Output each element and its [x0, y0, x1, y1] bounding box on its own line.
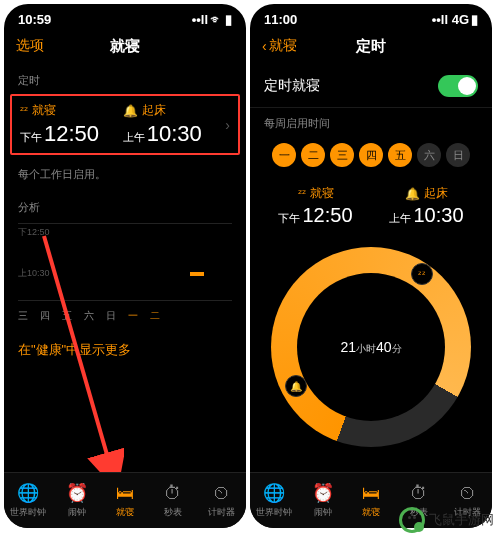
- day-mon[interactable]: 一: [272, 143, 296, 167]
- day-tue[interactable]: 二: [301, 143, 325, 167]
- wake-time: 10:30: [413, 204, 463, 227]
- status-time: 10:59: [18, 12, 51, 27]
- bed-handle[interactable]: ᶻᶻ: [411, 263, 433, 285]
- enable-toggle[interactable]: [438, 75, 478, 97]
- health-link[interactable]: 在"健康"中显示更多: [4, 327, 246, 373]
- signal-icon: ••ll: [192, 12, 208, 27]
- bed-time: 12:50: [302, 204, 352, 227]
- wake-time: 10:30: [147, 121, 202, 147]
- schedule-note: 每个工作日启用。: [4, 157, 246, 192]
- watermark-icon: [399, 507, 425, 533]
- weekday-picker: 一 二 三 四 五 六 日: [250, 135, 492, 175]
- day-thu[interactable]: 四: [359, 143, 383, 167]
- options-button[interactable]: 选项: [16, 37, 44, 55]
- dial-face: 21小时40分: [297, 273, 445, 421]
- analysis-chart: 下12:50 上10:30: [18, 223, 232, 301]
- nav-bar: ‹就寝 定时: [250, 29, 492, 65]
- tab-stopwatch[interactable]: ⏱秒表: [149, 473, 197, 528]
- chevron-left-icon: ‹: [262, 38, 267, 54]
- bed-tab-icon: 🛏: [116, 483, 134, 504]
- enable-label: 定时就寝: [264, 77, 320, 95]
- tab-alarm[interactable]: ⏰闹钟: [298, 473, 346, 528]
- tab-timer[interactable]: ⏲计时器: [198, 473, 246, 528]
- timer-icon: ⏲: [459, 483, 477, 504]
- bell-icon: 🔔: [123, 104, 138, 118]
- stopwatch-icon: ⏱: [410, 483, 428, 504]
- schedule-display: ᶻᶻ就寝 下午12:50 🔔起床 上午10:30: [250, 175, 492, 237]
- globe-icon: 🌐: [17, 482, 39, 504]
- timer-icon: ⏲: [213, 483, 231, 504]
- globe-icon: 🌐: [263, 482, 285, 504]
- status-time: 11:00: [264, 12, 297, 27]
- chart-y1: 下12:50: [18, 226, 50, 239]
- alarm-icon: ⏰: [66, 482, 88, 504]
- watermark: 飞鼠手游网: [399, 507, 494, 533]
- phone-left: 10:59 ••ll ᯤ ▮ 选项 就寝 定时 ᶻᶻ就寝 下午12:50 🔔起床…: [4, 4, 246, 528]
- day-sat[interactable]: 六: [417, 143, 441, 167]
- wake-label: 起床: [424, 185, 448, 202]
- weekday-axis: 三 四 五 六 日 一 二: [4, 305, 246, 327]
- bell-icon: 🔔: [405, 187, 420, 201]
- chart-bar: [190, 272, 204, 276]
- battery-icon: ▮: [471, 12, 478, 27]
- tab-bedtime[interactable]: 🛏就寝: [101, 473, 149, 528]
- section-header-analysis: 分析: [4, 192, 246, 219]
- page-title: 定时: [356, 37, 386, 56]
- alarm-icon: ⏰: [312, 482, 334, 504]
- wake-pre: 上午: [123, 130, 145, 145]
- wake-handle[interactable]: 🔔: [285, 375, 307, 397]
- enable-row: 定时就寝: [250, 65, 492, 108]
- tab-bar: 🌐世界时钟 ⏰闹钟 🛏就寝 ⏱秒表 ⏲计时器: [4, 472, 246, 528]
- status-bar: 10:59 ••ll ᯤ ▮: [4, 4, 246, 29]
- bed-label: 就寝: [32, 102, 56, 119]
- battery-icon: ▮: [225, 12, 232, 27]
- tab-bedtime[interactable]: 🛏就寝: [347, 473, 395, 528]
- duration-label: 21小时40分: [340, 339, 401, 356]
- wake-pre: 上午: [389, 211, 411, 226]
- wifi-icon: ᯤ: [210, 12, 223, 27]
- bed-tab-icon: 🛏: [362, 483, 380, 504]
- network-icon: ••ll 4G: [432, 12, 469, 27]
- schedule-row[interactable]: ᶻᶻ就寝 下午12:50 🔔起床 上午10:30 ›: [20, 102, 230, 147]
- page-title: 就寝: [110, 37, 140, 56]
- bed-pre: 下午: [20, 130, 42, 145]
- back-button[interactable]: ‹就寝: [262, 37, 297, 55]
- section-header-timer: 定时: [4, 65, 246, 92]
- day-fri[interactable]: 五: [388, 143, 412, 167]
- day-wed[interactable]: 三: [330, 143, 354, 167]
- chevron-right-icon: ›: [225, 117, 230, 133]
- bed-time: 12:50: [44, 121, 99, 147]
- sleep-dial[interactable]: 21小时40分 🔔 ᶻᶻ: [271, 247, 471, 447]
- watermark-text: 飞鼠手游网: [429, 511, 494, 529]
- day-sun[interactable]: 日: [446, 143, 470, 167]
- chart-y2: 上10:30: [18, 267, 50, 280]
- bed-icon: ᶻᶻ: [20, 104, 28, 118]
- time-row-highlight: ᶻᶻ就寝 下午12:50 🔔起床 上午10:30 ›: [10, 94, 240, 155]
- nav-bar: 选项 就寝: [4, 29, 246, 65]
- bed-pre: 下午: [278, 211, 300, 226]
- section-header-week: 每周启用时间: [250, 108, 492, 135]
- tab-world-clock[interactable]: 🌐世界时钟: [4, 473, 52, 528]
- wake-label: 起床: [142, 102, 166, 119]
- tab-world-clock[interactable]: 🌐世界时钟: [250, 473, 298, 528]
- phone-right: 11:00 ••ll 4G ▮ ‹就寝 定时 定时就寝 每周启用时间 一 二 三…: [250, 4, 492, 528]
- bed-label: 就寝: [310, 185, 334, 202]
- stopwatch-icon: ⏱: [164, 483, 182, 504]
- status-bar: 11:00 ••ll 4G ▮: [250, 4, 492, 29]
- bed-icon: ᶻᶻ: [298, 187, 306, 201]
- tab-alarm[interactable]: ⏰闹钟: [52, 473, 100, 528]
